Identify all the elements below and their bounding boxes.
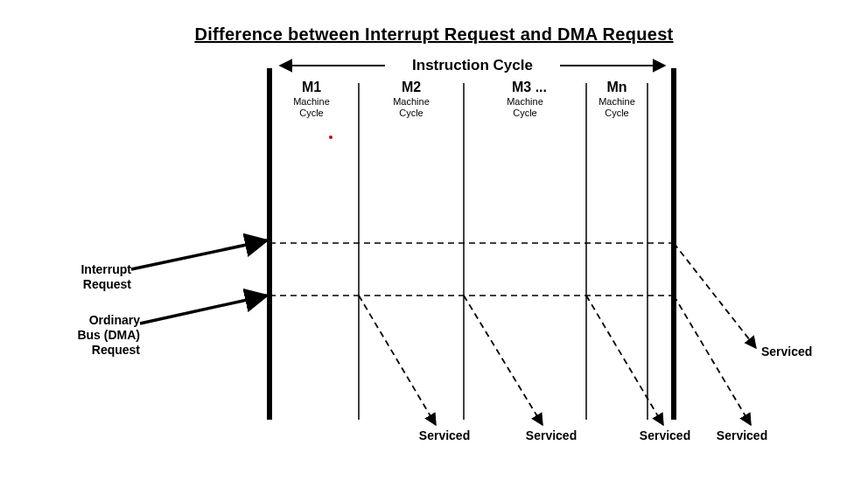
- serviced-label-3: Serviced: [630, 428, 700, 442]
- svg-text:Machine: Machine: [293, 96, 330, 107]
- interrupt-request-label: Interrupt Request: [44, 262, 131, 292]
- svg-text:Machine: Machine: [507, 96, 543, 107]
- dma-serviced-arrow-1: [359, 296, 436, 425]
- red-dot-marker: [329, 136, 332, 139]
- cycle-header-m3: M3 ... Machine Cycle: [507, 80, 547, 118]
- instruction-cycle-label: Instruction Cycle: [412, 57, 533, 73]
- dma-serviced-arrow-3: [586, 296, 663, 425]
- svg-text:M3 ...: M3 ...: [512, 80, 547, 94]
- svg-text:Machine: Machine: [393, 96, 430, 107]
- dma-request-label: Ordinary Bus (DMA) Request: [44, 313, 140, 357]
- svg-text:M1: M1: [302, 80, 321, 94]
- svg-text:Cycle: Cycle: [513, 108, 537, 118]
- serviced-label-4: Serviced: [707, 428, 777, 442]
- svg-text:Cycle: Cycle: [299, 108, 324, 118]
- svg-text:M2: M2: [402, 80, 421, 94]
- dma-pointer-arrow: [140, 296, 267, 324]
- cycle-header-m2: M2 Machine Cycle: [393, 80, 430, 118]
- cycle-header-mn: Mn Machine Cycle: [598, 80, 635, 118]
- serviced-label-1: Serviced: [410, 428, 480, 442]
- serviced-label-2: Serviced: [516, 428, 586, 442]
- interrupt-serviced-arrow: [674, 243, 756, 348]
- serviced-label-interrupt: Serviced: [761, 344, 812, 358]
- interrupt-pointer-arrow: [131, 240, 267, 269]
- dma-serviced-arrow-4: [674, 296, 751, 425]
- svg-text:Cycle: Cycle: [605, 108, 629, 118]
- diagram-svg: Instruction Cycle M1 Machine Cycle M2 Ma…: [0, 0, 868, 494]
- cycle-header-m1: M1 Machine Cycle: [293, 80, 330, 118]
- svg-text:Mn: Mn: [606, 80, 626, 94]
- svg-text:Cycle: Cycle: [399, 108, 424, 118]
- dma-serviced-arrow-2: [464, 296, 542, 425]
- diagram-stage: Difference between Interrupt Request and…: [0, 0, 868, 494]
- svg-text:Machine: Machine: [598, 96, 635, 107]
